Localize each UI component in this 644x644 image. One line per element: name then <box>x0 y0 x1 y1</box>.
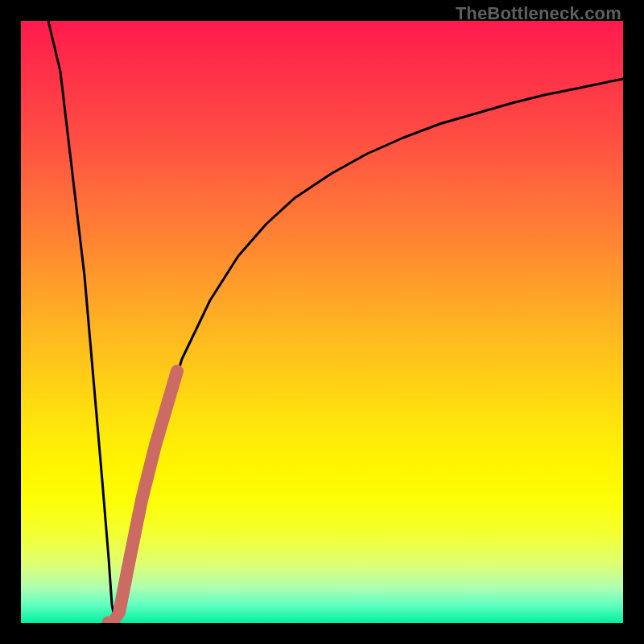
overlay-segment-path <box>119 371 177 613</box>
main-curve-path <box>48 21 623 621</box>
chart-svg <box>21 21 623 623</box>
chart-container: TheBottleneck.com <box>0 0 644 644</box>
overlay-hook-path <box>108 615 118 623</box>
plot-area <box>21 21 623 623</box>
